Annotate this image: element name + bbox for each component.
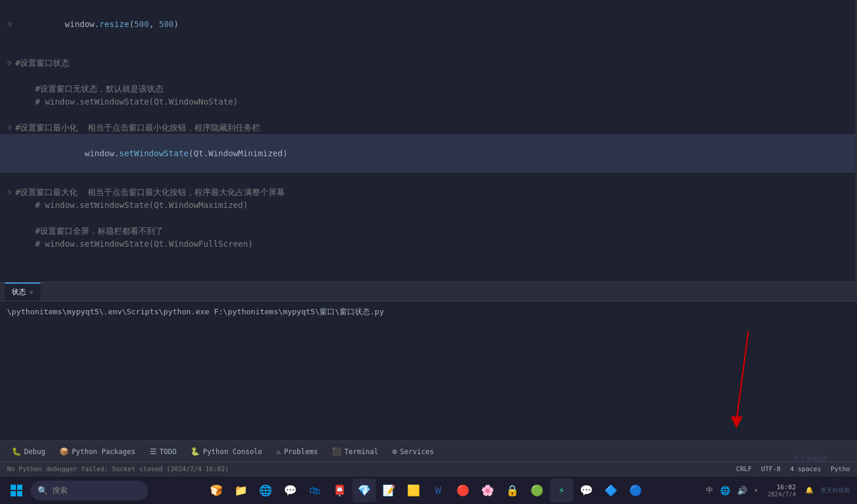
svg-rect-5 — [17, 491, 22, 496]
toolbar-services[interactable]: ⚙ Services — [385, 441, 441, 462]
terminal-tabs: 状态 ✕ — [0, 283, 857, 301]
taskbar-app-chat[interactable]: 💬 — [278, 479, 302, 502]
terminal-tab-close[interactable]: ✕ — [29, 288, 33, 296]
code-line[interactable] — [0, 250, 857, 263]
terminal-content: \pythonitems\mypyqt5\.env\Scripts\python… — [0, 301, 857, 441]
status-message: No Python debugger failed: Socket closed… — [7, 465, 736, 473]
status-indent[interactable]: 4 spaces — [790, 465, 821, 473]
code-editor: ◷ window.resize(500, 500) ◷ #设置窗口状态 #设置窗… — [0, 0, 857, 282]
taskbar-app-yellow[interactable]: 🟨 — [402, 479, 425, 502]
terminal-panel: 状态 ✕ \pythonitems\mypyqt5\.env\Scripts\p… — [0, 282, 857, 441]
toolbar-terminal[interactable]: ⬛ Terminal — [325, 441, 385, 462]
bottom-toolbar: 🐛 Debug 📦 Python Packages ☰ TODO 🐍 Pytho… — [0, 441, 857, 462]
tray-time[interactable]: 16:02 2024/7/4 — [763, 483, 801, 498]
start-button[interactable] — [5, 479, 28, 502]
windows-taskbar: 🔍 搜索 🍞 📁 🌐 💬 🛍 📮 💎 📝 🟨 W 🔴 🌸 🔒 🟢 ⚡ 💬 🔷 🔵 — [0, 476, 857, 504]
tray-volume[interactable]: 🔊 — [735, 486, 750, 495]
toolbar-problems[interactable]: ⚠ Problems — [270, 441, 325, 462]
toolbar-python-console[interactable]: 🐍 Python Console — [183, 441, 269, 462]
taskbar-tray: 中 🌐 🔊 ⚡ 16:02 2024/7/4 🔔 景天科技苑 — [704, 483, 852, 498]
fold-icon: ◷ — [6, 56, 13, 69]
status-crlf[interactable]: CRLF — [736, 465, 752, 473]
taskbar-app-purple[interactable]: 🔵 — [624, 479, 647, 502]
tray-keyboard[interactable]: 中 — [704, 485, 715, 495]
toolbar-problems-label: Problems — [284, 448, 318, 456]
taskbar-app-bread[interactable]: 🍞 — [204, 479, 228, 502]
problems-icon: ⚠ — [277, 447, 281, 456]
code-line[interactable] — [0, 43, 857, 56]
python-packages-icon: 📦 — [59, 447, 69, 456]
toolbar-python-packages-label: Python Packages — [72, 448, 135, 456]
svg-rect-2 — [11, 485, 16, 490]
taskbar-app-vpn[interactable]: 🔒 — [500, 479, 524, 502]
code-line[interactable]: #设置窗口无状态，默认就是该状态 — [0, 82, 857, 95]
code-line[interactable]: ◷ window.resize(500, 500) — [0, 5, 857, 43]
code-line-active[interactable]: window.setWindowState(Qt.WindowMinimized… — [0, 134, 857, 173]
services-icon: ⚙ — [392, 447, 397, 456]
status-bar: No Python debugger failed: Socket closed… — [0, 462, 857, 476]
taskbar-app-orange[interactable]: 🔴 — [451, 479, 475, 502]
fold-icon: ◷ — [6, 186, 13, 199]
fold-icon: ◷ — [6, 121, 13, 134]
toolbar-debug-label: Debug — [24, 448, 45, 456]
terminal-tab-label: 状态 — [12, 287, 26, 297]
code-line[interactable]: # window.setWindowState(Qt.WindowNoState… — [0, 95, 857, 108]
code-line[interactable]: ◷ #设置窗口最大化 相当于点击窗口最大化按钮，程序最大化占满整个屏幕 — [0, 186, 857, 199]
code-line[interactable] — [0, 108, 857, 121]
toolbar-python-packages[interactable]: 📦 Python Packages — [52, 441, 142, 462]
taskbar-app-wechat[interactable]: 💬 — [574, 479, 598, 502]
status-encoding[interactable]: UTF-8 — [761, 465, 781, 473]
taskbar-app-store[interactable]: 🛍 — [303, 479, 327, 502]
code-line[interactable]: #设置窗口全屏，标题栏都看不到了 — [0, 224, 857, 237]
code-line[interactable] — [0, 69, 857, 82]
code-line[interactable] — [0, 211, 857, 224]
taskbar-app-green[interactable]: 🟢 — [525, 479, 549, 502]
watermark: 景天科技苑 — [792, 454, 828, 464]
toolbar-terminal-label: Terminal — [344, 448, 378, 456]
code-line[interactable]: # window.setWindowState(Qt.WindowFullScr… — [0, 237, 857, 250]
taskbar-app-pycharm[interactable]: ⚡ — [550, 479, 573, 502]
code-line[interactable] — [0, 173, 857, 186]
python-console-icon: 🐍 — [190, 447, 200, 456]
tray-notification[interactable]: 🔔 — [803, 486, 816, 494]
toolbar-services-label: Services — [400, 448, 434, 456]
toolbar-todo-label: TODO — [160, 448, 177, 456]
taskbar-app-ide[interactable]: 💎 — [352, 479, 376, 502]
code-line[interactable]: ◷ #设置窗口状态 — [0, 56, 857, 69]
tray-clock: 16:02 — [768, 483, 796, 491]
status-lang[interactable]: Pytho — [831, 465, 850, 473]
watermark-taskbar: 景天科技苑 — [818, 486, 852, 495]
search-icon: 🔍 — [38, 486, 48, 495]
tray-network[interactable]: 🌐 — [718, 486, 732, 495]
taskbar-apps: 🍞 📁 🌐 💬 🛍 📮 💎 📝 🟨 W 🔴 🌸 🔒 🟢 ⚡ 💬 🔷 🔵 — [150, 479, 701, 502]
terminal-icon: ⬛ — [332, 447, 341, 456]
terminal-output: \pythonitems\mypyqt5\.env\Scripts\python… — [7, 306, 850, 318]
status-right: CRLF UTF-8 4 spaces Pytho — [736, 465, 850, 473]
code-line[interactable]: ◷ #设置窗口最小化 相当于点击窗口最小化按钮，程序隐藏到任务栏 — [0, 121, 857, 134]
taskbar-search[interactable]: 🔍 搜索 — [31, 481, 148, 500]
taskbar-app-blue[interactable]: 🔷 — [599, 479, 623, 502]
code-line[interactable]: # window.setWindowState(Qt.WindowMaximiz… — [0, 199, 857, 211]
code-content: ◷ window.resize(500, 500) ◷ #设置窗口状态 #设置窗… — [0, 0, 857, 282]
toolbar-python-console-label: Python Console — [203, 448, 262, 456]
debug-icon: 🐛 — [12, 447, 21, 456]
taskbar-app-word[interactable]: W — [426, 479, 450, 502]
svg-rect-3 — [17, 485, 22, 490]
taskbar-app-mail[interactable]: 📮 — [328, 479, 351, 502]
fold-icon: ◷ — [6, 18, 13, 31]
taskbar-app-notepad[interactable]: 📝 — [377, 479, 401, 502]
taskbar-app-pink[interactable]: 🌸 — [476, 479, 499, 502]
taskbar-app-edge[interactable]: 🌐 — [254, 479, 277, 502]
toolbar-debug[interactable]: 🐛 Debug — [5, 441, 52, 462]
terminal-tab-active[interactable]: 状态 ✕ — [5, 283, 41, 301]
search-placeholder: 搜索 — [52, 485, 68, 496]
tray-date: 2024/7/4 — [768, 491, 796, 498]
toolbar-todo[interactable]: ☰ TODO — [143, 441, 184, 462]
tray-battery[interactable]: ⚡ — [752, 486, 761, 495]
todo-icon: ☰ — [150, 447, 157, 456]
taskbar-app-folder[interactable]: 📁 — [229, 479, 253, 502]
svg-rect-4 — [11, 491, 16, 496]
